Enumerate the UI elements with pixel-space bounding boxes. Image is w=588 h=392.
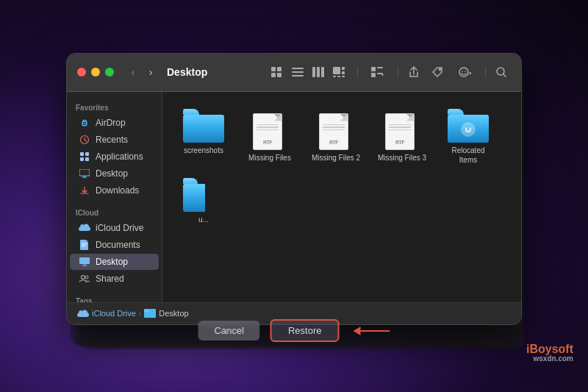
svg-rect-7 [312, 67, 315, 77]
sidebar-item-desktop-icloud[interactable]: Desktop [70, 254, 159, 270]
sidebar-item-desktop-fav[interactable]: Desktop [70, 165, 159, 182]
breadcrumb: iCloud Drive › Desktop [77, 309, 189, 318]
folder-icon-unknown [183, 179, 224, 212]
minimize-button[interactable] [91, 68, 100, 76]
sidebar-label-documents: Documents [96, 240, 140, 250]
svg-rect-1 [277, 67, 282, 71]
svg-point-21 [440, 69, 441, 71]
svg-text:▾: ▾ [469, 71, 472, 76]
sidebar: Favorites AirDrop [67, 92, 162, 302]
sidebar-item-downloads[interactable]: Downloads [70, 182, 159, 199]
sidebar-label-desktop-icloud: Desktop [96, 257, 128, 267]
svg-rect-4 [292, 68, 304, 69]
svg-rect-33 [80, 157, 84, 161]
finder-window: ‹ › Desktop [66, 53, 522, 325]
close-button[interactable] [77, 68, 86, 76]
main-content: Favorites AirDrop [67, 92, 521, 302]
view-columns-btn[interactable] [309, 64, 328, 80]
file-name-screenshots: screenshots [184, 146, 223, 155]
sidebar-label-airdrop: AirDrop [96, 118, 126, 128]
forward-arrow[interactable]: › [143, 65, 158, 79]
sidebar-section-favorites: Favorites [67, 99, 162, 114]
file-item-unknown[interactable]: u... [174, 176, 233, 228]
svg-text:▾: ▾ [381, 73, 384, 77]
breadcrumb-icloud: iCloud Drive [92, 309, 136, 318]
file-item-relocated[interactable]: Relocated Items [439, 107, 498, 168]
svg-rect-32 [85, 152, 89, 156]
breadcrumb-sep: › [139, 310, 141, 318]
downloads-icon [79, 185, 90, 196]
file-item-screenshots[interactable]: screenshots [174, 107, 233, 168]
view-grid-btn[interactable] [268, 64, 287, 80]
file-name-missing-files-3: Missing Files 3 [378, 153, 426, 163]
svg-rect-11 [342, 67, 345, 70]
traffic-lights [77, 68, 114, 76]
sidebar-label-icloud-drive: iCloud Drive [96, 223, 143, 233]
folder-icon-screenshots [183, 110, 224, 143]
svg-rect-5 [292, 71, 304, 73]
share-btn[interactable] [404, 64, 423, 80]
back-arrow[interactable]: ‹ [126, 65, 140, 79]
desktop-fav-icon [79, 168, 90, 179]
svg-line-27 [503, 74, 506, 76]
svg-rect-3 [277, 73, 282, 77]
view-list-btn[interactable] [288, 64, 307, 80]
svg-point-24 [465, 71, 466, 72]
file-item-missing-files-2[interactable]: RTF Missing Files 2 [306, 107, 365, 168]
svg-point-45 [85, 276, 88, 279]
svg-rect-16 [371, 67, 376, 71]
svg-rect-8 [317, 67, 320, 77]
toolbar-right: ▾ [268, 64, 511, 80]
documents-icon [79, 239, 90, 251]
tag-btn[interactable] [428, 64, 447, 80]
shared-icon [79, 273, 90, 285]
files-grid: screenshots [174, 107, 509, 228]
icloud-drive-icon [79, 222, 90, 234]
sidebar-item-documents[interactable]: Documents [70, 237, 159, 253]
emoji-btn[interactable]: ▾ [451, 64, 479, 80]
file-name-missing-files-2: Missing Files 2 [312, 153, 360, 163]
file-name-missing-files: Missing Files [248, 153, 291, 163]
watermark: iBoysoft wsxdn.com [526, 343, 573, 363]
toolbar-divider-3 [485, 66, 486, 78]
maximize-button[interactable] [105, 68, 114, 76]
svg-rect-34 [85, 157, 89, 161]
sidebar-section-tags: Tags [67, 293, 162, 302]
arrow-head-icon [354, 327, 361, 335]
svg-rect-17 [377, 67, 383, 68]
svg-rect-14 [337, 76, 340, 77]
svg-rect-15 [342, 76, 345, 77]
svg-rect-2 [271, 73, 276, 77]
view-icons [268, 64, 348, 80]
recents-icon [79, 134, 90, 146]
view-options-btn[interactable]: ▾ [364, 64, 392, 80]
svg-rect-18 [371, 73, 376, 77]
search-btn[interactable] [492, 64, 511, 80]
window-stack: ‹ › Desktop [66, 53, 522, 340]
svg-point-29 [84, 123, 85, 124]
view-gallery-btn[interactable] [329, 64, 348, 80]
icloud-status-icon [77, 310, 89, 318]
restore-button[interactable]: Restore [270, 319, 340, 342]
sidebar-item-icloud-drive[interactable]: iCloud Drive [70, 220, 159, 236]
file-area: screenshots [162, 92, 521, 302]
cancel-button[interactable]: Cancel [198, 321, 260, 341]
applications-icon [79, 151, 90, 163]
sidebar-item-shared[interactable]: Shared [70, 271, 159, 287]
svg-point-22 [459, 68, 468, 76]
sidebar-item-applications[interactable]: Applications [70, 149, 159, 165]
bottom-bar: Cancel Restore [198, 319, 390, 342]
sidebar-item-airdrop[interactable]: AirDrop [70, 115, 159, 131]
svg-rect-9 [321, 67, 324, 77]
sidebar-label-shared: Shared [96, 274, 124, 284]
file-item-missing-files[interactable]: RTF Missing Files [240, 107, 299, 168]
brand-site: wsxdn.com [526, 354, 573, 363]
nav-arrows: ‹ › [126, 65, 158, 79]
desktop-breadcrumb-icon [144, 309, 156, 318]
file-item-missing-files-3[interactable]: RTF Missing Files 3 [373, 107, 431, 168]
sidebar-label-applications: Applications [96, 152, 143, 162]
sidebar-item-recents[interactable]: Recents [70, 132, 159, 148]
sidebar-label-desktop-fav: Desktop [96, 168, 128, 179]
file-name-relocated: Relocated Items [442, 146, 494, 165]
arrow-line [361, 330, 390, 332]
